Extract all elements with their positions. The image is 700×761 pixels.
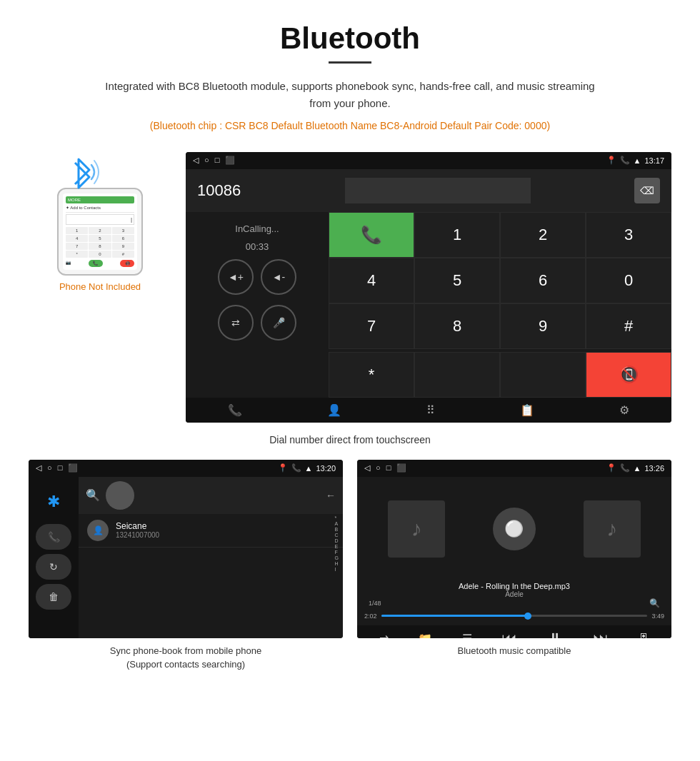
music-artist: Adele xyxy=(366,590,663,598)
m-call-icon: 📞 xyxy=(620,463,630,473)
next-track-icon[interactable]: ⏭ xyxy=(593,630,609,638)
c-location-icon: 📍 xyxy=(278,463,288,473)
bluetooth-symbol-icon xyxy=(64,152,100,195)
equalizer-icon[interactable]: 🎛 xyxy=(638,633,649,638)
contact-list-item[interactable]: 👤 Seicane 13241007000 xyxy=(79,514,343,548)
contact-number: 13241007000 xyxy=(116,531,159,539)
num-key-3[interactable]: 3 xyxy=(586,212,671,258)
contacts-list-area: * A B C D E F G H I xyxy=(79,514,343,638)
contacts-status-bar: ◁ ○ □ ⬛ 📍 📞 ▲ 13:20 xyxy=(29,460,343,477)
album-art-right: ♪ xyxy=(584,500,641,558)
nav-phone-icon[interactable]: 📞 xyxy=(228,403,242,417)
contacts-sidebar: ✱ 📞 ↻ 🗑 xyxy=(29,477,79,638)
c-notification-icon: ⬛ xyxy=(68,463,78,473)
music-controls: ⇄ 📁 ☰ ⏮ ⏸ ⏭ 🎛 xyxy=(357,625,671,638)
notification-icon: ⬛ xyxy=(225,156,235,165)
num-key-5[interactable]: 5 xyxy=(414,258,500,303)
contacts-clock: 13:20 xyxy=(316,464,336,473)
dial-input-box[interactable] xyxy=(345,178,531,203)
prev-track-icon[interactable]: ⏮ xyxy=(501,630,517,638)
subtitle-text: Integrated with BC8 Bluetooth module, su… xyxy=(100,78,600,112)
contact-info: Seicane 13241007000 xyxy=(116,521,159,539)
alphabet-index: * A B C D E F G H I xyxy=(334,514,340,638)
num-key-9[interactable]: 9 xyxy=(500,303,586,349)
call-end-button[interactable]: 📵 xyxy=(586,352,671,398)
num-key-8[interactable]: 8 xyxy=(414,303,500,349)
dial-caption: Dial number direct from touchscreen xyxy=(29,434,671,445)
nav-transfer-icon[interactable]: 📋 xyxy=(520,403,534,417)
num-key-1[interactable]: 1 xyxy=(414,212,500,258)
num-key-star[interactable]: * xyxy=(329,352,414,398)
volume-up-button[interactable]: ◄+ xyxy=(218,259,254,295)
dial-bottom-nav: 📞 👤 ⠿ 📋 ⚙ xyxy=(186,398,671,423)
time-total: 3:49 xyxy=(651,613,664,620)
nav-contacts-icon[interactable]: 👤 xyxy=(327,403,341,417)
play-pause-icon[interactable]: ⏸ xyxy=(547,630,563,638)
contact-name: Seicane xyxy=(116,521,159,531)
home-icon: ○ xyxy=(204,156,209,165)
contacts-main: 🔍 ← * A B C D E xyxy=(79,477,343,638)
c-call-icon: 📞 xyxy=(291,463,301,473)
num-key-0[interactable]: 0 xyxy=(586,258,671,303)
calling-info: InCalling... 00:33 ◄+ ◄- ⇄ 🎤 xyxy=(186,212,329,352)
num-key-asterisk2[interactable] xyxy=(414,352,500,398)
music-search-icon[interactable]: 🔍 xyxy=(649,598,660,608)
music-item: ◁ ○ □ ⬛ 📍 📞 ▲ 13:26 ♪ xyxy=(357,460,671,672)
extra-numrow: * 📵 xyxy=(186,352,671,398)
contacts-delete-button[interactable]: 🗑 xyxy=(36,584,71,610)
contacts-screen: ◁ ○ □ ⬛ 📍 📞 ▲ 13:20 ✱ xyxy=(29,460,343,638)
contacts-back-arrow[interactable]: ← xyxy=(326,490,336,501)
music-progress-area: 2:02 3:49 xyxy=(357,613,671,625)
m-recents-icon: □ xyxy=(386,463,391,473)
num-key-hash[interactable]: # xyxy=(586,303,671,349)
shuffle-icon[interactable]: ⇄ xyxy=(379,632,389,638)
folder-icon[interactable]: 📁 xyxy=(418,632,432,638)
recents-icon: □ xyxy=(215,156,220,165)
music-clock: 13:26 xyxy=(644,464,664,473)
dial-main-area: InCalling... 00:33 ◄+ ◄- ⇄ 🎤 1 2 3 xyxy=(186,212,671,352)
dial-backspace-button[interactable]: ⌫ xyxy=(634,178,660,203)
contacts-call-button[interactable]: 📞 xyxy=(36,524,71,550)
music-caption: Bluetooth music compatible xyxy=(357,644,671,658)
m-home-icon: ○ xyxy=(376,463,381,473)
page-title: Bluetooth xyxy=(29,21,671,56)
mute-button[interactable]: 🎤 xyxy=(261,305,296,341)
call-answer-button[interactable]: 📞 xyxy=(329,212,414,258)
c-wifi-icon: ▲ xyxy=(305,464,313,473)
dial-clock: 13:17 xyxy=(644,156,664,165)
num-key-hash2[interactable] xyxy=(500,352,586,398)
contact-avatar: 👤 xyxy=(87,520,109,541)
m-back-icon: ◁ xyxy=(364,463,370,473)
title-divider xyxy=(329,61,371,64)
music-track-count: 1/48 xyxy=(369,600,381,607)
bottom-section: ◁ ○ □ ⬛ 📍 📞 ▲ 13:20 ✱ xyxy=(29,460,671,672)
nav-settings-icon[interactable]: ⚙ xyxy=(619,403,629,417)
num-key-7[interactable]: 7 xyxy=(329,303,414,349)
num-key-4[interactable]: 4 xyxy=(329,258,414,303)
music-song-title: Adele - Rolling In the Deep.mp3 xyxy=(366,582,663,590)
nav-dialpad-icon[interactable]: ⠿ xyxy=(426,403,435,417)
num-key-6[interactable]: 6 xyxy=(500,258,586,303)
playlist-icon[interactable]: ☰ xyxy=(462,632,472,638)
progress-bar[interactable] xyxy=(381,615,648,617)
dial-number-area: 10086 ⌫ xyxy=(186,169,671,212)
contacts-item: ◁ ○ □ ⬛ 📍 📞 ▲ 13:20 ✱ xyxy=(29,460,343,672)
num-key-2[interactable]: 2 xyxy=(500,212,586,258)
contacts-bt-icon: ✱ xyxy=(36,484,71,520)
album-art-left: ♪ xyxy=(388,500,445,558)
contacts-sync-button[interactable]: ↻ xyxy=(36,554,71,580)
volume-down-button[interactable]: ◄- xyxy=(261,259,296,295)
call-status-icon: 📞 xyxy=(620,156,630,165)
progress-bar-fill xyxy=(381,615,528,617)
phone-not-included-label: Phone Not Included xyxy=(59,281,141,292)
contacts-search-bar: 🔍 ← xyxy=(79,477,343,514)
back-icon: ◁ xyxy=(193,156,199,165)
music-info: Adele - Rolling In the Deep.mp3 Adele 1/… xyxy=(357,582,671,613)
transfer-call-button[interactable]: ⇄ xyxy=(218,305,254,341)
location-icon: 📍 xyxy=(606,156,616,165)
album-circle-center: ⚪ xyxy=(493,508,536,550)
dial-screen: ◁ ○ □ ⬛ 📍 📞 ▲ 13:17 10086 ⌫ xyxy=(186,152,671,423)
time-elapsed: 2:02 xyxy=(364,613,377,620)
m-wifi-icon: ▲ xyxy=(634,464,641,473)
c-recents-icon: □ xyxy=(58,463,63,473)
